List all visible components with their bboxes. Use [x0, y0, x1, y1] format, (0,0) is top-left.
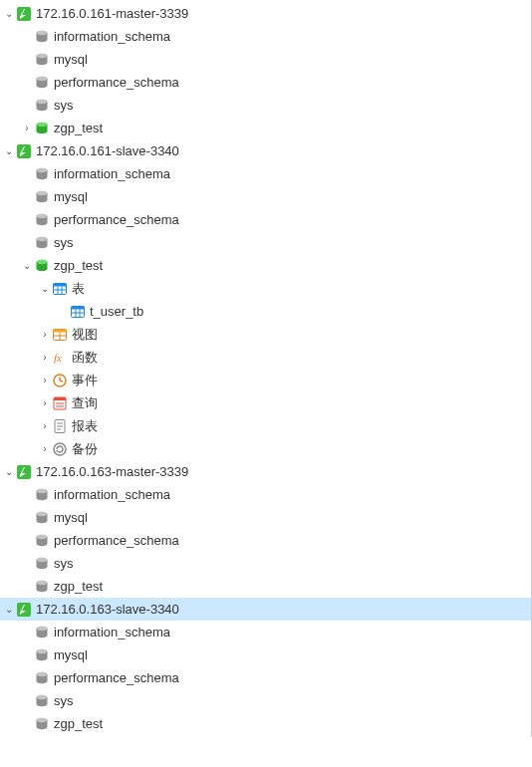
svg-point-53	[37, 511, 48, 515]
db-grey-icon	[34, 75, 50, 91]
db-green-icon	[34, 258, 50, 274]
chevron-down-icon[interactable]: ⌄	[20, 254, 34, 277]
database-tree: ⌄172.16.0.161-master-3339information_sch…	[0, 0, 531, 737]
tree-row[interactable]: ⌄zgp_test	[0, 254, 531, 277]
tree-item-label: sys	[54, 556, 74, 571]
svg-point-48	[54, 443, 66, 455]
tree-item-label: 事件	[72, 372, 98, 389]
tree-item-label: 查询	[72, 394, 98, 412]
tree-row[interactable]: ›报表	[0, 414, 531, 437]
tree-item-label: zgp_test	[54, 716, 103, 731]
tree-row[interactable]: information_schema	[0, 162, 531, 185]
svg-point-57	[37, 557, 48, 561]
connection-green-icon	[16, 6, 32, 22]
connection-green-icon	[16, 464, 32, 480]
chevron-down-icon[interactable]: ⌄	[2, 2, 16, 25]
tree-item-label: zgp_test	[54, 258, 103, 273]
db-grey-icon	[34, 716, 50, 732]
db-grey-icon	[34, 533, 50, 549]
tree-row[interactable]: ›查询	[0, 391, 531, 414]
tree-row[interactable]: ⌄172.16.0.161-slave-3340	[0, 139, 531, 162]
chevron-right-icon[interactable]: ›	[20, 117, 34, 139]
table-icon	[70, 304, 86, 320]
tree-row[interactable]: ›fx函数	[0, 346, 531, 369]
tree-row[interactable]: information_schema	[0, 483, 531, 506]
db-grey-icon	[34, 189, 50, 205]
tree-row[interactable]: sys	[0, 231, 531, 254]
tree-row[interactable]: mysql	[0, 506, 531, 529]
tree-row[interactable]: ›事件	[0, 369, 531, 391]
chevron-down-icon[interactable]: ⌄	[38, 277, 52, 300]
svg-point-4	[37, 53, 48, 57]
tree-row[interactable]: performance_schema	[0, 529, 531, 552]
tree-row[interactable]: sys	[0, 94, 531, 117]
tree-row[interactable]: t_user_tb	[0, 300, 531, 323]
tree-item-label: performance_schema	[54, 670, 179, 685]
tree-item-label: mysql	[54, 647, 88, 662]
tree-item-label: 报表	[72, 417, 98, 435]
chevron-right-icon[interactable]: ›	[38, 437, 52, 460]
chevron-right-icon[interactable]: ›	[38, 346, 52, 369]
tree-row[interactable]: ›视图	[0, 323, 531, 346]
db-grey-icon	[34, 693, 50, 709]
chevron-right-icon[interactable]: ›	[38, 369, 52, 391]
report-icon	[52, 418, 68, 434]
svg-point-70	[37, 717, 48, 721]
svg-point-55	[37, 534, 48, 538]
tree-row[interactable]: zgp_test	[0, 575, 531, 598]
tree-item-label: information_schema	[54, 29, 170, 44]
tree-row[interactable]: ⌄172.16.0.161-master-3339	[0, 2, 531, 25]
tree-row[interactable]: performance_schema	[0, 666, 531, 689]
chevron-right-icon[interactable]: ›	[38, 323, 52, 346]
tree-item-label: information_schema	[54, 487, 170, 502]
svg-point-15	[37, 190, 48, 194]
tree-row[interactable]: mysql	[0, 643, 531, 666]
tree-row[interactable]: ⌄表	[0, 277, 531, 300]
tree-item-label: zgp_test	[54, 579, 103, 594]
chevron-right-icon[interactable]: ›	[38, 414, 52, 437]
tree-row[interactable]: information_schema	[0, 25, 531, 48]
tree-item-label: mysql	[54, 189, 88, 204]
svg-point-51	[37, 488, 48, 492]
tree-row[interactable]: performance_schema	[0, 71, 531, 94]
tree-item-label: performance_schema	[54, 533, 179, 548]
db-grey-icon	[34, 52, 50, 68]
tree-item-label: mysql	[54, 52, 88, 67]
svg-point-64	[37, 648, 48, 652]
tree-row[interactable]: performance_schema	[0, 208, 531, 231]
db-green-icon	[34, 121, 50, 136]
tree-item-label: information_schema	[54, 166, 170, 181]
chevron-down-icon[interactable]: ⌄	[2, 460, 16, 483]
chevron-down-icon[interactable]: ⌄	[2, 598, 16, 621]
chevron-right-icon[interactable]: ›	[38, 391, 52, 414]
tree-row[interactable]: ›备份	[0, 437, 531, 460]
svg-rect-28	[72, 306, 85, 309]
query-icon	[52, 395, 68, 411]
tree-row[interactable]: ›zgp_test	[0, 117, 531, 139]
svg-rect-23	[54, 283, 67, 286]
svg-point-13	[37, 167, 48, 171]
svg-text:fx: fx	[54, 352, 62, 364]
db-grey-icon	[34, 556, 50, 572]
tree-row[interactable]: zgp_test	[0, 712, 531, 735]
svg-point-68	[37, 694, 48, 698]
tree-item-label: performance_schema	[54, 212, 179, 227]
db-grey-icon	[34, 579, 50, 595]
tree-item-label: performance_schema	[54, 75, 179, 90]
chevron-down-icon[interactable]: ⌄	[2, 139, 16, 162]
tree-item-label: sys	[54, 235, 74, 250]
tree-row[interactable]: ⌄172.16.0.163-master-3339	[0, 460, 531, 483]
tree-row[interactable]: information_schema	[0, 621, 531, 643]
db-grey-icon	[34, 98, 50, 114]
svg-point-66	[37, 671, 48, 675]
svg-line-39	[60, 381, 63, 382]
svg-point-17	[37, 213, 48, 217]
tree-row[interactable]: sys	[0, 552, 531, 575]
tree-item-label: 备份	[72, 440, 98, 458]
tree-row[interactable]: mysql	[0, 48, 531, 71]
tree-row[interactable]: mysql	[0, 185, 531, 208]
tree-row[interactable]: ⌄172.16.0.163-slave-3340	[0, 598, 531, 621]
tree-row[interactable]: sys	[0, 689, 531, 712]
db-grey-icon	[34, 487, 50, 503]
tree-item-label: 172.16.0.161-master-3339	[36, 6, 188, 21]
